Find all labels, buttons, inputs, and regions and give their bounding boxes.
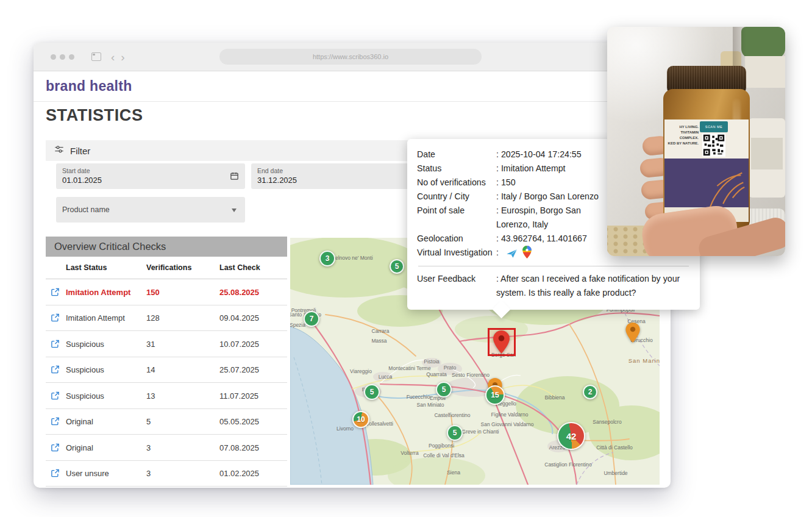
background-bottle-body [745,56,785,88]
open-record-icon[interactable] [51,391,60,400]
row-last-check: 11.07.2025 [219,391,258,400]
page: ‹ › https://www.scribos360.io brand heal… [0,0,812,517]
leaf-decoration [703,162,749,207]
send-investigation-icon[interactable] [501,248,518,257]
end-date-value: 31.12.2025 [257,176,297,185]
map-pin-red[interactable] [493,330,510,356]
open-record-icon[interactable] [51,417,60,426]
row-verifications: 14 [146,365,155,374]
row-last-check: 25.07.2025 [219,365,259,374]
back-icon[interactable]: ‹ [111,51,115,63]
table-row[interactable]: Imitation Attempt12809.04.2025 [46,305,287,332]
window-control-dot[interactable] [60,54,65,60]
start-date-label: Start date [62,167,90,174]
row-status: Suspicious [66,391,104,400]
open-record-icon[interactable] [51,313,60,323]
google-maps-icon[interactable] [518,248,532,257]
table-row[interactable]: Suspicious3110.07.2025 [46,331,287,357]
popup-field-label: Date [417,148,496,162]
product-name-select[interactable]: Product name [56,197,245,223]
map-cluster[interactable]: 15 [485,385,505,405]
overview-table: Last Status Verifications Last Check Imi… [46,257,287,487]
row-last-check: 09.04.2025 [219,313,259,323]
row-status: Imitation Attempt [66,287,130,296]
table-row[interactable]: Imitation Attempt15025.08.2025 [46,279,287,305]
popup-field-label: Geolocation [417,232,496,246]
browser-toolbar: ‹ › https://www.scribos360.io [34,43,671,71]
overview-header: Overview Critical Checks [46,237,287,257]
row-verifications: 128 [146,313,160,323]
background-bottle-green-cap [741,27,785,59]
map-cluster[interactable]: 42 [557,422,585,450]
scan-chip: SCAN ME [700,121,728,132]
calendar-icon[interactable] [230,171,239,183]
chevron-down-icon [232,209,237,212]
label-text: HY LIVING. TIVITAMIN COMPLEX. KED BY NAT… [667,124,699,146]
open-record-icon[interactable] [51,443,60,452]
background-white-jar [749,118,785,198]
column-verifications: Verifications [146,263,191,272]
map-cluster[interactable]: 5 [364,384,380,400]
row-verifications: 13 [146,391,155,400]
product-name-label: Product name [62,197,110,223]
page-title: STATISTICS [46,106,143,125]
qr-code [702,134,725,157]
product-photo: HY LIVING. TIVITAMIN COMPLEX. KED BY NAT… [607,27,785,256]
address-bar[interactable]: https://www.scribos360.io [219,49,482,65]
table-row[interactable]: Original505.05.2025 [46,409,287,435]
map-cluster[interactable]: 5 [436,382,452,398]
row-last-check: 01.02.2025 [219,469,259,478]
overview-table-body: Imitation Attempt15025.08.2025Imitation … [46,279,287,487]
selected-marker-highlight[interactable] [488,328,516,356]
filter-icon [54,145,64,156]
map-cluster[interactable]: 7 [304,311,319,327]
column-last-status: Last Status [66,263,107,272]
window-control-dot[interactable] [51,54,56,60]
table-header-row: Last Status Verifications Last Check [46,257,287,279]
map-cluster[interactable]: 2 [583,385,597,399]
start-date-field[interactable]: Start date 01.01.2025 [56,163,245,189]
column-last-check: Last Check [219,263,260,272]
open-record-icon[interactable] [51,287,60,296]
forward-icon[interactable]: › [121,51,124,63]
window-control-dot[interactable] [69,54,74,60]
row-verifications: 3 [146,443,151,452]
table-row[interactable]: User unsure301.02.2025 [46,461,287,487]
table-row[interactable]: Suspicious1425.07.2025 [46,357,287,383]
popup-field-label: No of verifications [417,176,496,190]
table-row[interactable]: Original307.08.2025 [46,435,287,461]
row-status: Suspicious [66,365,104,374]
open-record-icon[interactable] [51,469,60,478]
map-cluster[interactable]: 10 [352,411,369,428]
header-divider [34,101,671,102]
tabs-icon[interactable] [91,52,101,61]
feedback-value: After scan I received a fake notificatio… [496,272,690,300]
map-cluster[interactable]: 3 [319,251,335,266]
popup-divider [418,266,689,266]
row-last-check: 05.05.2025 [219,417,259,426]
map-cluster[interactable]: 5 [447,425,463,441]
row-verifications: 3 [146,469,151,478]
filter-title: Filter [70,146,90,156]
row-status: Suspicious [66,339,104,348]
open-record-icon[interactable] [51,339,60,348]
row-last-check: 10.07.2025 [219,339,259,348]
map-pin-orange[interactable] [625,323,640,345]
row-status: Original [66,443,93,452]
overview-title: Overview Critical Checks [54,241,166,252]
open-record-icon[interactable] [51,365,60,374]
feedback-label: User Feedback [417,272,496,300]
url-text: https://www.scribos360.io [313,53,388,60]
popup-field-label: Status [417,162,496,176]
table-row[interactable]: Suspicious1311.07.2025 [46,383,287,409]
popup-feedback-row: User Feedback After scan I received a fa… [417,272,690,300]
popup-field-label: Point of sale [417,204,496,232]
row-last-check: 25.08.2025 [219,287,259,296]
map-cluster[interactable]: 5 [390,259,404,274]
popup-field-label: Virtual Investigation [417,246,496,260]
row-status: Original [66,417,93,426]
popup-field-label: Country / City [417,190,496,204]
label-top-section: HY LIVING. TIVITAMIN COMPLEX. KED BY NAT… [664,119,749,159]
window-controls[interactable] [51,54,74,60]
row-status: User unsure [66,469,109,478]
